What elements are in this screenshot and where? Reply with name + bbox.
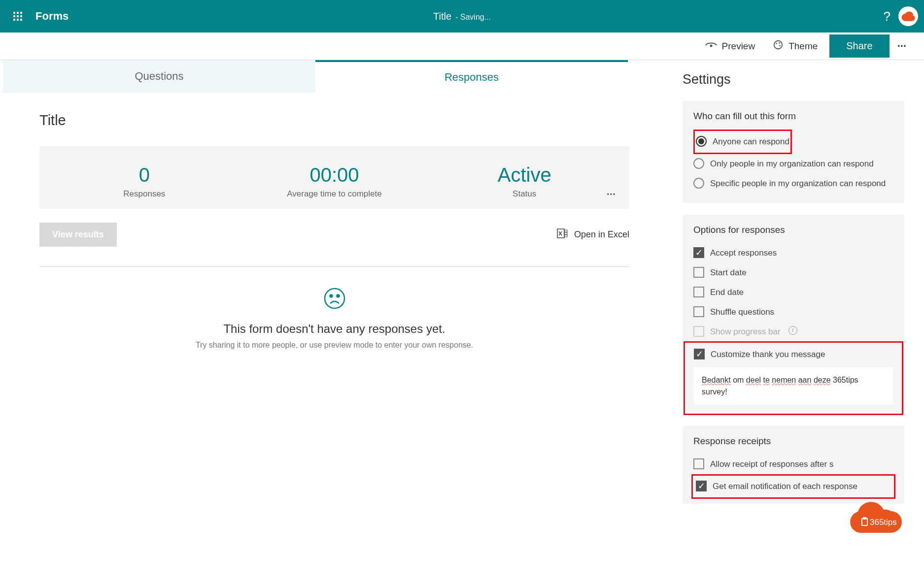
svg-rect-6 bbox=[564, 230, 567, 232]
radio-org-respond[interactable]: Only people in my organization can respo… bbox=[693, 154, 893, 174]
check-customize-thank-you[interactable]: Customize thank you message bbox=[694, 345, 893, 364]
view-results-button[interactable]: View results bbox=[39, 223, 117, 247]
theme-label: Theme bbox=[788, 41, 818, 52]
theme-button[interactable]: Theme bbox=[764, 34, 826, 58]
checkbox-icon bbox=[693, 326, 704, 337]
radio-label: Only people in my organization can respo… bbox=[710, 158, 874, 170]
preview-label: Preview bbox=[722, 41, 755, 52]
radio-icon bbox=[693, 178, 704, 189]
stat-responses: 0 Responses bbox=[49, 164, 240, 199]
who-can-fill-section: Who can fill out this form Anyone can re… bbox=[683, 101, 904, 203]
main-content: Questions Responses Title 0 Responses 00… bbox=[0, 60, 669, 585]
checkbox-icon bbox=[693, 267, 704, 278]
options-heading: Options for responses bbox=[693, 225, 893, 235]
radio-label: Specific people in my organization can r… bbox=[710, 178, 886, 190]
tab-responses[interactable]: Responses bbox=[315, 60, 628, 93]
check-accept-responses[interactable]: Accept responses bbox=[693, 243, 893, 263]
stat-status-label: Status bbox=[429, 189, 619, 199]
form-title: Title bbox=[39, 112, 629, 129]
stat-responses-value: 0 bbox=[49, 164, 240, 186]
app-launcher-button[interactable] bbox=[6, 4, 30, 28]
response-receipts-section: Response receipts Allow receipt of respo… bbox=[683, 426, 904, 504]
checkbox-label: Get email notification of each response bbox=[713, 481, 857, 492]
svg-rect-7 bbox=[564, 232, 567, 234]
svg-point-10 bbox=[330, 295, 332, 297]
empty-state: This form doesn't have any responses yet… bbox=[39, 287, 629, 350]
document-title: Title bbox=[433, 11, 451, 22]
divider bbox=[39, 266, 629, 267]
save-status: - Saving... bbox=[455, 13, 491, 22]
share-button[interactable]: Share bbox=[829, 34, 889, 58]
checkbox-label: Show progress bar bbox=[710, 326, 781, 338]
svg-point-2 bbox=[776, 43, 777, 44]
checkbox-label: Start date bbox=[710, 267, 747, 279]
stat-responses-label: Responses bbox=[49, 189, 240, 199]
highlight-anyone-respond: Anyone can respond bbox=[693, 130, 792, 154]
receipts-heading: Response receipts bbox=[693, 436, 893, 447]
checkbox-icon bbox=[693, 458, 704, 469]
stat-time: 00:00 Average time to complete bbox=[240, 164, 430, 199]
more-actions-button[interactable]: ··· bbox=[890, 35, 914, 58]
settings-panel: Settings Who can fill out this form Anyo… bbox=[669, 60, 924, 585]
waffle-icon bbox=[13, 12, 22, 21]
svg-point-11 bbox=[337, 295, 339, 297]
checkbox-label: Allow receipt of responses after s bbox=[710, 458, 833, 470]
tabs: Questions Responses bbox=[3, 60, 628, 93]
options-responses-section: Options for responses Accept responses S… bbox=[683, 215, 904, 415]
check-end-date[interactable]: End date bbox=[693, 283, 893, 302]
check-progress-bar: Show progress bar i bbox=[693, 322, 893, 342]
highlight-thank-you: Customize thank you message Bedankt om d… bbox=[684, 341, 903, 415]
svg-point-3 bbox=[779, 42, 781, 44]
checkbox-label: Accept responses bbox=[710, 247, 777, 259]
svg-point-0 bbox=[710, 44, 712, 47]
stat-status-value: Active bbox=[429, 164, 619, 186]
check-start-date[interactable]: Start date bbox=[693, 263, 893, 283]
checkbox-label: End date bbox=[710, 287, 744, 298]
radio-label: Anyone can respond bbox=[713, 136, 789, 148]
svg-rect-5 bbox=[557, 229, 564, 238]
document-title-area[interactable]: Title - Saving... bbox=[433, 11, 491, 22]
check-shuffle-questions[interactable]: Shuffle questions bbox=[693, 302, 893, 322]
empty-subtext: Try sharing it to more people, or use pr… bbox=[39, 341, 629, 350]
empty-heading: This form doesn't have any responses yet… bbox=[39, 322, 629, 336]
stat-status: Active Status bbox=[429, 164, 619, 199]
checkbox-icon bbox=[693, 287, 704, 297]
radio-specific-respond[interactable]: Specific people in my organization can r… bbox=[693, 174, 893, 194]
svg-point-1 bbox=[774, 41, 783, 49]
preview-button[interactable]: Preview bbox=[696, 36, 764, 57]
settings-title: Settings bbox=[683, 72, 904, 87]
thank-you-textarea[interactable]: Bedankt om deel te nemen aan deze 365tip… bbox=[694, 367, 893, 405]
checkbox-label: Shuffle questions bbox=[710, 306, 774, 318]
stats-panel: 0 Responses 00:00 Average time to comple… bbox=[39, 146, 629, 209]
checkbox-icon bbox=[693, 247, 704, 258]
radio-icon bbox=[696, 136, 707, 147]
radio-icon bbox=[693, 158, 704, 169]
preview-icon bbox=[705, 41, 717, 52]
stat-time-label: Average time to complete bbox=[240, 189, 430, 199]
check-allow-receipt[interactable]: Allow receipt of responses after s bbox=[693, 455, 893, 474]
sad-face-icon bbox=[323, 287, 346, 310]
svg-rect-8 bbox=[564, 235, 567, 237]
info-icon[interactable]: i bbox=[788, 326, 797, 335]
svg-point-4 bbox=[779, 45, 781, 46]
checkbox-icon bbox=[694, 349, 705, 359]
svg-point-9 bbox=[325, 289, 344, 308]
check-email-notification[interactable]: Get email notification of each response bbox=[694, 477, 893, 496]
app-header: Forms Title - Saving... ? bbox=[0, 0, 924, 32]
stats-more-button[interactable]: ··· bbox=[607, 188, 616, 201]
action-bar: Preview Theme Share ··· bbox=[0, 32, 924, 60]
checkbox-icon bbox=[696, 481, 707, 491]
checkbox-icon bbox=[693, 306, 704, 317]
radio-anyone-respond[interactable]: Anyone can respond bbox=[696, 132, 789, 152]
tab-questions[interactable]: Questions bbox=[3, 60, 315, 93]
account-avatar[interactable] bbox=[898, 6, 918, 26]
theme-icon bbox=[773, 39, 784, 53]
highlight-email-notification: Get email notification of each response bbox=[691, 474, 895, 499]
help-icon[interactable]: ? bbox=[884, 9, 890, 24]
app-name: Forms bbox=[35, 10, 68, 23]
checkbox-label: Customize thank you message bbox=[711, 349, 825, 360]
avatar-cloud-icon bbox=[901, 11, 916, 21]
who-can-fill-heading: Who can fill out this form bbox=[693, 111, 893, 122]
open-in-excel-label: Open in Excel bbox=[574, 229, 629, 240]
open-in-excel-button[interactable]: Open in Excel bbox=[556, 228, 629, 242]
